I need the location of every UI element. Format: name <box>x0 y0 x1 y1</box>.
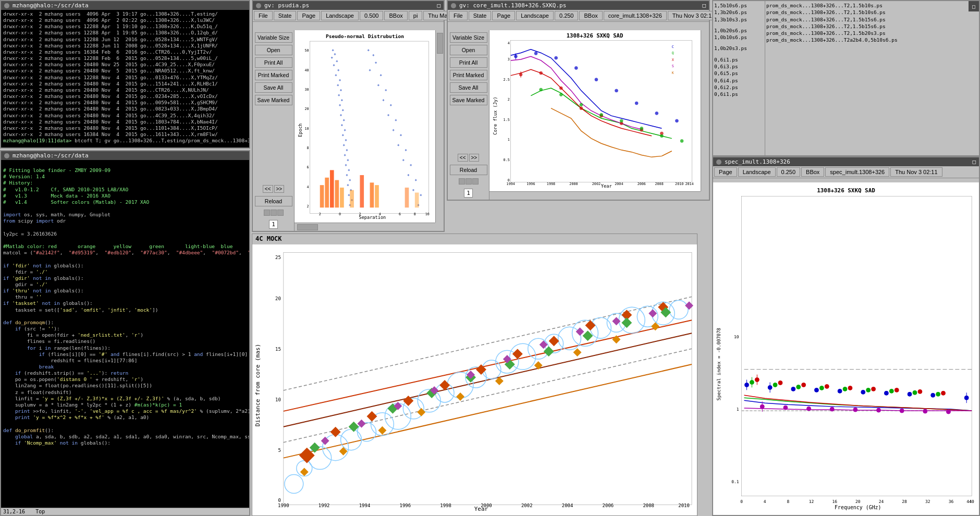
svg-point-316 <box>843 387 847 391</box>
gv1-save-marked-btn[interactable]: Save Marked <box>255 95 292 105</box>
gv1-file-btn[interactable]: File <box>254 11 273 20</box>
svg-point-318 <box>889 389 893 393</box>
gv2-minimize[interactable]: □ <box>702 2 706 9</box>
list-item[interactable]: 0,6i1.ps <box>714 56 764 63</box>
gv2-variable-size-btn[interactable]: Variable Size <box>450 32 487 43</box>
gv2-file-btn[interactable]: File <box>449 11 468 20</box>
list-item[interactable]: prom_ds_mock...1308+326...T2,1.5b10s.ps <box>766 2 978 9</box>
gv2-save-all-btn[interactable]: Save All <box>450 82 487 93</box>
list-item[interactable]: prom_ds_mock...1308+326...T2,1.5b15s6.ps <box>766 16 978 23</box>
svg-point-173 <box>540 71 543 75</box>
gv1-page-btn[interactable]: Page <box>297 11 320 20</box>
svg-text:2014: 2014 <box>685 182 693 186</box>
terminal-2[interactable]: mzhang@halo:~/scr/data # Fitting lobe fi… <box>0 150 250 516</box>
svg-point-185 <box>640 127 643 130</box>
right-panel-close[interactable]: □ <box>969 1 979 11</box>
gv1-open-btn[interactable]: Open <box>255 45 292 55</box>
list-item[interactable]: 1,0b20s3.ps <box>714 45 764 52</box>
gv2-reload-btn[interactable]: Reload <box>450 165 487 175</box>
gv1-scrollbar-v[interactable] <box>435 30 444 223</box>
gv1-print-all-btn[interactable]: Print All <box>255 57 292 68</box>
gv2-icon2 <box>466 178 472 185</box>
gv2-print-all-btn[interactable]: Print All <box>450 57 487 68</box>
gv2-open-btn[interactable]: Open <box>450 45 487 55</box>
svg-point-183 <box>600 113 603 116</box>
gv1-save-all-btn[interactable]: Save All <box>255 82 292 93</box>
svg-text:20: 20 <box>305 107 309 111</box>
list-item[interactable]: 1,0b10s6.ps <box>714 34 764 41</box>
gv2-save-marked-btn[interactable]: Save Marked <box>450 95 487 105</box>
gv2-print-marked-btn[interactable]: Print Marked <box>450 70 487 80</box>
gv1-reload-btn[interactable]: Reload <box>255 196 292 206</box>
mock-panel: 4C MOCK Distance from core (mas) Year 0 … <box>252 234 697 516</box>
gv2-next-btn[interactable]: >> <box>469 154 480 162</box>
gv1-zoom-btn[interactable]: 0.500 <box>360 11 384 20</box>
list-item[interactable]: 0,6i5.ps <box>714 70 764 77</box>
svg-text:0: 0 <box>740 499 743 504</box>
svg-point-170 <box>676 119 679 122</box>
gv2-plot: 1308+326 SXKQ SAD Core flux (Jy) Year 0 … <box>489 30 701 191</box>
gv2-scrollbar-v[interactable] <box>701 30 709 191</box>
gv1-vscroll-thumb[interactable] <box>437 33 443 54</box>
spec-title: spec_imult.1308+326 □ <box>713 157 979 166</box>
gv1-variable-size-btn[interactable]: Variable Size <box>255 32 292 43</box>
svg-text:2: 2 <box>359 212 361 216</box>
terminal-1-titletext: mzhang@halo:~/scr/data <box>13 2 89 9</box>
gv2-prev-btn[interactable]: << <box>458 154 468 162</box>
list-item[interactable]: 1,3b20s6.ps <box>714 9 764 16</box>
gv2-state-btn[interactable]: State <box>469 11 492 20</box>
list-item[interactable]: prom_ds_mock...1308+326...T2,1.5b15s6.ps <box>766 23 978 30</box>
svg-text:1: 1 <box>508 138 510 142</box>
spec-thu-btn[interactable]: Thu Nov 3 02:11 <box>890 167 942 177</box>
gv1-prev-btn[interactable]: << <box>263 185 273 193</box>
gv2-filename-btn[interactable]: core_imult.1308+326 <box>604 11 667 20</box>
gv2-icon3 <box>472 178 479 185</box>
gv1-minimize[interactable]: □ <box>437 2 440 9</box>
terminal-2-title: mzhang@halo:~/scr/data <box>1 151 249 160</box>
gv1-scrollbar-h[interactable] <box>295 223 435 231</box>
list-item[interactable]: 1,3b10s3.ps <box>714 16 764 23</box>
svg-point-305 <box>861 390 865 394</box>
gv2-page-num: 1 <box>464 189 473 198</box>
gv1-state-btn[interactable]: State <box>274 11 297 20</box>
spec-bbox-btn[interactable]: BBox <box>801 167 824 177</box>
gv1-hscroll-thumb[interactable] <box>297 224 318 230</box>
gv2-bbox-btn[interactable]: BBox <box>579 11 602 20</box>
list-item[interactable]: 1,0b20s6.ps <box>714 27 764 34</box>
gv2-page-btn[interactable]: Page <box>492 11 515 20</box>
terminal-1-dot <box>4 3 9 8</box>
svg-text:6: 6 <box>307 165 309 169</box>
gv2-scrollbar-h[interactable] <box>489 191 701 200</box>
svg-text:32: 32 <box>925 499 930 504</box>
spec-page-btn[interactable]: Page <box>714 167 737 177</box>
svg-text:2006: 2006 <box>603 503 614 508</box>
list-item[interactable]: 0,6i4.ps <box>714 77 764 84</box>
svg-text:1996: 1996 <box>526 182 535 186</box>
terminal-1[interactable]: mzhang@halo:~/scr/data drwxr-xr-x 2 mzha… <box>0 0 250 149</box>
list-item[interactable]: prom_ds_mock...1308+326...T2,1.5b20s3.ps <box>766 30 978 36</box>
spec-landscape-btn[interactable]: Landscape <box>738 167 776 177</box>
gv2-landscape-btn[interactable]: Landscape <box>516 11 554 20</box>
svg-text:25: 25 <box>275 255 281 260</box>
list-item[interactable]: prom_ds_mock...1308+326...T2a2b4.0,5b10s… <box>766 36 978 43</box>
spec-filename-btn[interactable]: spec_imult.1308+326 <box>825 167 889 177</box>
list-item[interactable]: 0,6i1.ps <box>714 91 764 97</box>
svg-point-174 <box>559 87 562 90</box>
gv1-bbox-btn[interactable]: BBox <box>384 11 407 20</box>
gv1-next-btn[interactable]: >> <box>274 185 285 193</box>
list-item[interactable]: 1,5b10s6.ps <box>714 2 764 9</box>
gv2-plot-title: 1308+326 SXKQ SAD <box>567 32 623 39</box>
spec-zoom-btn[interactable]: 0.250 <box>777 167 801 177</box>
gv2-zoom-btn[interactable]: 0.250 <box>555 11 579 20</box>
gv1-yaxis-label: Epoch <box>298 124 303 137</box>
svg-text:2000: 2000 <box>569 182 578 186</box>
list-item[interactable]: 0,6i2.ps <box>714 84 764 91</box>
gv1-landscape-btn[interactable]: Landscape <box>321 11 359 20</box>
mock-panel-title: 4C MOCK <box>252 234 697 243</box>
list-item[interactable]: prom_ds_mock...1308+326...T2,1.5b10s6.ps <box>766 9 978 16</box>
gv1-print-marked-btn[interactable]: Print Marked <box>255 70 292 80</box>
spec-minimize[interactable]: □ <box>972 158 976 165</box>
list-item[interactable]: 0,6i3.ps <box>714 63 764 70</box>
gv-window-2: gv: core_imult.1308+326.SXKQ.ps □ File S… <box>447 0 710 201</box>
gv1-pi-btn[interactable]: pi <box>409 11 423 20</box>
